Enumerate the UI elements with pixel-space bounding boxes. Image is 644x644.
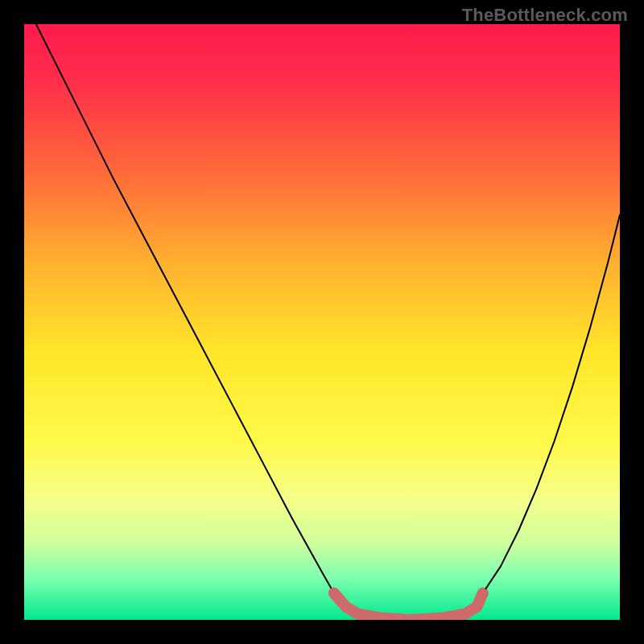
gradient-background <box>24 24 620 620</box>
valley-end-dot <box>478 588 488 598</box>
watermark-text: TheBottleneck.com <box>462 5 628 26</box>
chart-svg <box>24 24 620 620</box>
plot-area <box>24 24 620 620</box>
chart-container: TheBottleneck.com <box>0 0 644 644</box>
